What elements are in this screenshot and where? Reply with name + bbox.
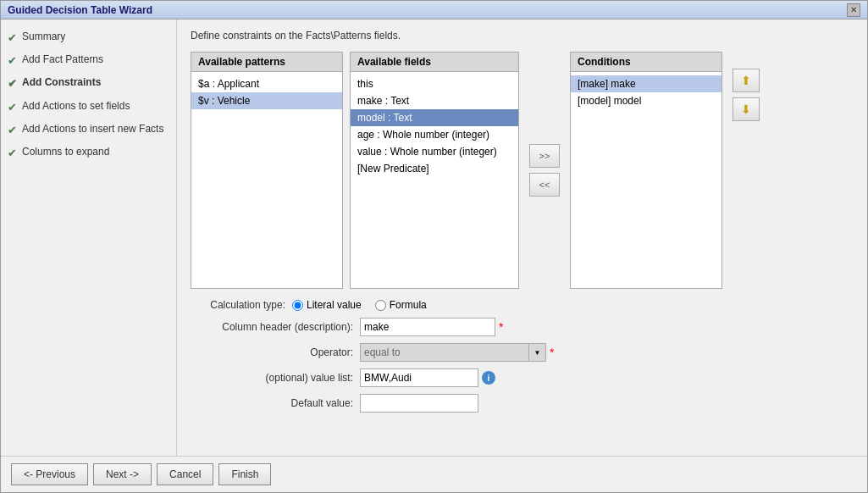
sidebar-item-add-constraints[interactable]: ✔ Add Constraints	[1, 72, 176, 95]
radio-formula-input[interactable]	[375, 300, 386, 311]
field-item-value[interactable]: value : Whole number (integer)	[351, 143, 518, 160]
add-to-conditions-button[interactable]: >>	[529, 144, 560, 168]
sidebar-label-summary: Summary	[22, 30, 65, 44]
next-button[interactable]: Next ->	[93, 463, 152, 485]
field-item-new-predicate[interactable]: [New Predicate]	[351, 160, 518, 177]
radio-literal-value[interactable]: Literal value	[292, 299, 362, 311]
conditions-panel: Conditions [make] make [model] model	[570, 52, 722, 289]
pattern-item-vehicle[interactable]: $v : Vehicle	[191, 92, 342, 109]
column-header-input[interactable]	[360, 318, 495, 336]
operator-select-arrow[interactable]: ▼	[529, 343, 546, 362]
form-section: Calculation type: Literal value Formula	[191, 299, 854, 413]
remove-from-conditions-button[interactable]: <<	[529, 173, 560, 197]
field-item-model[interactable]: model : Text	[351, 109, 518, 126]
field-item-age[interactable]: age : Whole number (integer)	[351, 126, 518, 143]
check-icon-add-fact-patterns: ✔	[8, 53, 17, 69]
previous-button[interactable]: <- Previous	[11, 463, 88, 485]
operator-select-wrapper: equal to ▼	[360, 343, 546, 362]
sidebar-label-add-constraints: Add Constraints	[22, 75, 101, 90]
value-list-row: (optional) value list: i	[191, 368, 854, 387]
sort-down-button[interactable]: ⬇	[733, 97, 760, 121]
conditions-header: Conditions	[571, 53, 721, 72]
available-fields-header: Available fields	[351, 53, 518, 72]
available-patterns-header: Available patterns	[191, 53, 342, 72]
sidebar-item-add-actions-insert[interactable]: ✔ Add Actions to insert new Facts	[1, 119, 176, 141]
pattern-item-applicant[interactable]: $a : Applicant	[191, 75, 342, 92]
operator-label: Operator:	[191, 346, 360, 358]
panels-row: Available patterns $a : Applicant $v : V…	[191, 52, 854, 289]
sidebar-item-add-fact-patterns[interactable]: ✔ Add Fact Patterns	[1, 49, 176, 72]
sidebar-label-add-actions-set: Add Actions to set fields	[22, 99, 130, 114]
available-patterns-panel: Available patterns $a : Applicant $v : V…	[191, 52, 343, 289]
footer: <- Previous Next -> Cancel Finish	[1, 456, 867, 492]
available-fields-panel: Available fields this make : Text model …	[350, 52, 519, 289]
finish-button[interactable]: Finish	[218, 463, 271, 485]
column-header-label: Column header (description):	[191, 321, 360, 333]
calculation-type-row: Calculation type: Literal value Formula	[191, 299, 854, 311]
condition-item-make[interactable]: [make] make	[571, 75, 721, 92]
radio-group-calc: Literal value Formula	[292, 299, 427, 311]
check-icon-summary: ✔	[8, 30, 17, 46]
calculation-type-label: Calculation type:	[191, 299, 292, 311]
radio-formula[interactable]: Formula	[375, 299, 427, 311]
arrow-buttons: >> <<	[526, 52, 563, 289]
sidebar-item-add-actions-set[interactable]: ✔ Add Actions to set fields	[1, 96, 176, 119]
conditions-body: [make] make [model] model	[571, 72, 721, 113]
sort-up-button[interactable]: ⬆	[733, 69, 760, 92]
info-icon[interactable]: i	[482, 371, 495, 385]
default-value-row: Default value:	[191, 394, 854, 413]
column-header-required: *	[499, 320, 503, 334]
sidebar-label-columns-expand: Columns to expand	[22, 145, 109, 159]
operator-required: *	[550, 346, 554, 359]
default-value-input[interactable]	[360, 394, 478, 413]
sidebar-label-add-actions-insert: Add Actions to insert new Facts	[22, 122, 163, 136]
sort-buttons: ⬆ ⬇	[729, 52, 763, 125]
radio-literal-label: Literal value	[307, 299, 362, 311]
check-icon-add-constraints: ✔	[8, 76, 17, 91]
field-item-this[interactable]: this	[351, 75, 518, 92]
condition-item-model[interactable]: [model] model	[571, 92, 721, 109]
close-button[interactable]: ✕	[847, 3, 860, 17]
sidebar: ✔ Summary ✔ Add Fact Patterns ✔ Add Cons…	[1, 19, 177, 456]
operator-row: Operator: equal to ▼ *	[191, 343, 854, 362]
sidebar-item-summary[interactable]: ✔ Summary	[1, 26, 176, 49]
description-text: Define constraints on the Facts\Patterns…	[191, 30, 854, 42]
main-content: ✔ Summary ✔ Add Fact Patterns ✔ Add Cons…	[1, 19, 867, 456]
field-item-make[interactable]: make : Text	[351, 92, 518, 109]
check-icon-columns-expand: ✔	[8, 146, 17, 161]
default-value-label: Default value:	[191, 397, 360, 409]
sidebar-item-columns-expand[interactable]: ✔ Columns to expand	[1, 141, 176, 164]
title-bar: Guided Decision Table Wizard ✕	[1, 1, 867, 19]
value-list-label: (optional) value list:	[191, 372, 360, 384]
radio-formula-label: Formula	[390, 299, 427, 311]
column-header-row: Column header (description): *	[191, 318, 854, 336]
available-fields-body: this make : Text model : Text age : Whol…	[351, 72, 518, 180]
main-window: Guided Decision Table Wizard ✕ ✔ Summary…	[0, 0, 868, 493]
sidebar-label-add-fact-patterns: Add Fact Patterns	[22, 53, 103, 67]
cancel-button[interactable]: Cancel	[157, 463, 213, 485]
content-area: Define constraints on the Facts\Patterns…	[177, 19, 867, 456]
check-icon-add-actions-insert: ✔	[8, 123, 17, 138]
available-patterns-body: $a : Applicant $v : Vehicle	[191, 72, 342, 113]
operator-select[interactable]: equal to	[360, 343, 529, 362]
value-list-input[interactable]	[360, 368, 478, 387]
window-title: Guided Decision Table Wizard	[8, 4, 152, 16]
check-icon-add-actions-set: ✔	[8, 100, 17, 115]
radio-literal-input[interactable]	[292, 300, 303, 311]
